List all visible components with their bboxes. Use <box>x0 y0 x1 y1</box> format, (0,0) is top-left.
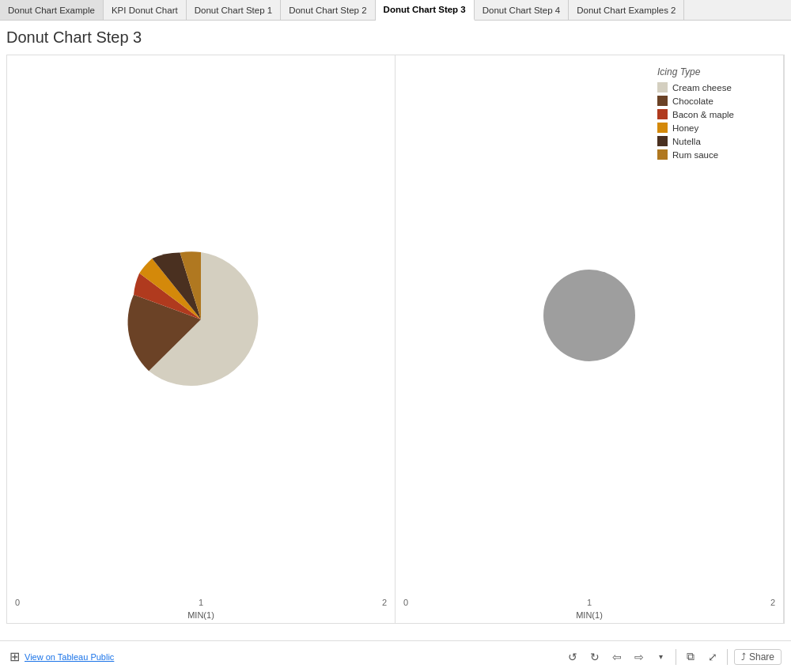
divider <box>676 649 676 665</box>
legend-item-cream-cheese: Cream cheese <box>657 82 771 92</box>
legend-swatch <box>657 123 668 133</box>
right-axis-title: MIN(1) <box>576 610 603 620</box>
left-axis-label-1: 1 <box>199 598 203 607</box>
fullscreen-icon[interactable]: ⤢ <box>705 649 721 665</box>
legend-item-bacon-&-maple: Bacon & maple <box>657 109 771 119</box>
right-axis-bottom: 0 1 2 MIN(1) <box>396 583 783 623</box>
tab-examples2[interactable]: Donut Chart Examples 2 <box>569 0 684 20</box>
left-axis-labels: 0 1 2 <box>7 598 395 607</box>
tableau-grid-icon: ⊞ <box>9 649 20 664</box>
tab-kpi-donut[interactable]: KPI Donut Chart <box>104 0 187 20</box>
legend-title: Icing Type <box>657 66 771 77</box>
legend-label: Bacon & maple <box>672 110 734 119</box>
chart-container: 0 1 2 MIN(1) 0 1 2 MIN(1) Icing Type <box>6 55 785 624</box>
right-circle-chart <box>471 201 708 438</box>
tab-step2[interactable]: Donut Chart Step 2 <box>281 0 375 20</box>
legend-label: Nutella <box>672 137 701 146</box>
page-title: Donut Chart Step 3 <box>0 21 791 51</box>
legend-swatch <box>657 149 668 160</box>
legend-swatch <box>657 109 668 119</box>
left-chart-svg-wrapper <box>7 55 395 583</box>
left-chart-panel: 0 1 2 MIN(1) <box>7 55 396 623</box>
legend-label: Rum sauce <box>672 150 718 160</box>
share-button[interactable]: ⤴ Share <box>734 649 782 665</box>
legend-label: Honey <box>672 123 698 133</box>
forward-icon[interactable]: ⇨ <box>631 649 647 665</box>
left-axis-label-2: 2 <box>382 598 387 607</box>
legend-item-nutella: Nutella <box>657 136 771 146</box>
share-label: Share <box>749 651 774 663</box>
tab-bar: Donut Chart ExampleKPI Donut ChartDonut … <box>0 0 791 21</box>
bottom-right: ↺ ↻ ⇦ ⇨ ▾ ⧉ ⤢ ⤴ Share <box>565 649 782 665</box>
legend-items: Cream cheeseChocolateBacon & mapleHoneyN… <box>657 82 771 160</box>
tab-step4[interactable]: Donut Chart Step 4 <box>475 0 569 20</box>
bottom-bar: ⊞ View on Tableau Public ↺ ↻ ⇦ ⇨ ▾ ⧉ ⤢ ⤴… <box>0 640 791 672</box>
left-axis-title: MIN(1) <box>187 610 214 620</box>
right-axis-labels: 0 1 2 <box>396 598 783 607</box>
legend-label: Chocolate <box>672 96 713 106</box>
left-axis-bottom: 0 1 2 MIN(1) <box>7 583 395 623</box>
legend-swatch <box>657 82 668 92</box>
tab-donut-example[interactable]: Donut Chart Example <box>0 0 104 20</box>
legend-item-chocolate: Chocolate <box>657 96 771 106</box>
legend-label: Cream cheese <box>672 83 732 92</box>
legend-item-rum-sauce: Rum sauce <box>657 149 771 160</box>
embed-icon[interactable]: ⧉ <box>683 649 698 665</box>
share-icon: ⤴ <box>741 651 746 663</box>
bottom-left: ⊞ View on Tableau Public <box>9 649 114 664</box>
forward-dropdown-icon[interactable]: ▾ <box>653 649 669 665</box>
legend-item-honey: Honey <box>657 123 771 133</box>
tab-step1[interactable]: Donut Chart Step 1 <box>187 0 281 20</box>
undo-icon[interactable]: ↺ <box>565 649 581 665</box>
right-circle <box>543 270 635 361</box>
legend-swatch <box>657 136 668 146</box>
right-axis-label-0: 0 <box>403 598 408 607</box>
back-icon[interactable]: ⇦ <box>609 649 625 665</box>
left-pie-chart <box>82 201 320 438</box>
divider2 <box>727 649 728 665</box>
left-axis-label-0: 0 <box>15 598 20 607</box>
right-axis-label-2: 2 <box>770 598 775 607</box>
legend-swatch <box>657 96 668 106</box>
tableau-link[interactable]: View on Tableau Public <box>25 652 114 662</box>
tab-step3[interactable]: Donut Chart Step 3 <box>376 0 475 21</box>
right-axis-label-1: 1 <box>587 598 592 607</box>
legend: Icing Type Cream cheeseChocolateBacon & … <box>651 62 778 168</box>
redo-icon[interactable]: ↻ <box>587 649 603 665</box>
